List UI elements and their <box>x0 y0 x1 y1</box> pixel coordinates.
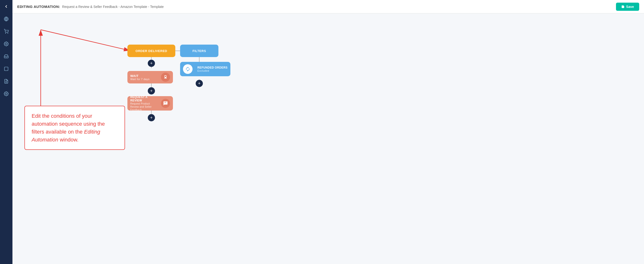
node-filters[interactable]: FILTERS <box>180 45 218 57</box>
sidebar-icon-inbox[interactable] <box>2 52 10 60</box>
request-icon-circle <box>161 99 170 108</box>
plus-button-4[interactable]: + <box>196 80 203 87</box>
annotation-box: Edit the conditions of your automation s… <box>24 106 125 150</box>
sidebar <box>0 0 12 264</box>
plus-button-1[interactable]: + <box>148 60 155 67</box>
save-button[interactable]: Save <box>616 3 639 11</box>
wait-subtitle: Wait for 7 days <box>130 78 150 81</box>
wait-icon-circle <box>161 73 170 82</box>
sidebar-icon-globe[interactable] <box>2 15 10 23</box>
filters-label: FILTERS <box>192 49 206 53</box>
header: EDITING AUTOMATION: Request a Review & S… <box>12 0 644 14</box>
sidebar-icon-settings[interactable] <box>2 40 10 48</box>
node-wait[interactable]: WAIT Wait for 7 days <box>128 71 173 83</box>
sidebar-icon-document[interactable] <box>2 77 10 85</box>
annotation-text-plain: Edit the conditions of your automation s… <box>32 113 105 143</box>
svg-point-1 <box>6 33 6 34</box>
sidebar-icon-back[interactable] <box>2 3 10 11</box>
editing-label: EDITING AUTOMATION: <box>17 5 60 9</box>
plus-button-2[interactable]: + <box>148 87 155 95</box>
request-title: REQUEST A REVIEW <box>130 95 158 102</box>
main-area: EDITING AUTOMATION: Request a Review & S… <box>12 0 644 264</box>
sidebar-icon-cart[interactable] <box>2 27 10 36</box>
node-refunded-orders[interactable]: REFUNDED ORDERS Excluded <box>180 62 230 76</box>
node-request-review[interactable]: REQUEST A REVIEW Request Product Review … <box>128 96 173 111</box>
svg-point-2 <box>8 33 8 34</box>
plus-button-3[interactable]: + <box>148 114 155 121</box>
refunded-subtitle: Excluded <box>197 69 209 72</box>
svg-line-19 <box>41 30 130 51</box>
sidebar-icon-barcode[interactable] <box>2 65 10 73</box>
node-order-delivered[interactable]: ORDER DELIVERED <box>128 45 175 57</box>
flow-container: ORDER DELIVERED FILTERS + WAIT Wait for … <box>12 14 348 205</box>
wait-title: WAIT <box>130 74 139 78</box>
order-delivered-label: ORDER DELIVERED <box>136 49 167 53</box>
header-left: EDITING AUTOMATION: Request a Review & S… <box>17 5 164 9</box>
svg-point-7 <box>6 93 7 95</box>
refunded-icon <box>183 64 192 74</box>
canvas[interactable]: ORDER DELIVERED FILTERS + WAIT Wait for … <box>12 14 644 264</box>
sidebar-icon-gear[interactable] <box>2 90 10 98</box>
request-subtitle: Request Product Review and Seller Feedba… <box>130 102 157 112</box>
svg-point-3 <box>6 43 7 45</box>
header-title: Request a Review & Seller Feedback - Ama… <box>62 5 164 9</box>
refunded-title: REFUNDED ORDERS <box>197 66 228 69</box>
